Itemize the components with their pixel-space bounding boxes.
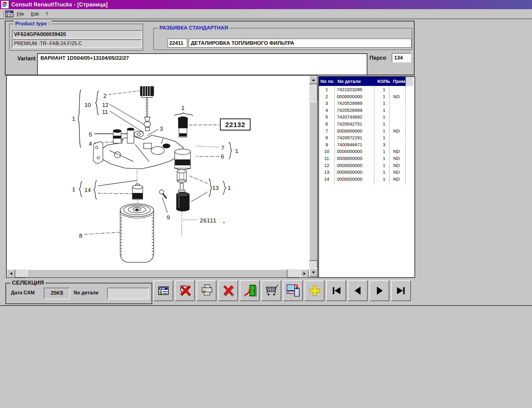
cell-part-number: 0000000000	[334, 148, 376, 155]
table-row[interactable]: 1000000000001ND	[319, 148, 405, 155]
nav-previous-icon	[351, 284, 365, 298]
cell-position: 13	[319, 169, 334, 176]
print-button[interactable]	[197, 280, 216, 301]
product-name-field[interactable]: PREMIUM -TR--FAB-24.F/25.C	[12, 39, 142, 48]
cart-icon	[264, 284, 278, 298]
part-number-field[interactable]	[107, 288, 149, 299]
cell-note: ND	[392, 93, 405, 100]
diagram-viewport: 210121113541761114131982213226111	[6, 75, 318, 278]
selection-group: СЕЛЕКЦИЯ Дата CAM 25K$ No детали	[5, 283, 152, 304]
diagram-callout: 10	[84, 102, 91, 108]
cancel-zoom-button[interactable]	[175, 280, 195, 301]
nav-last-button[interactable]	[391, 280, 411, 301]
cell-position: 2	[319, 93, 334, 100]
cell-part-number: 0000000000	[334, 128, 376, 135]
print-icon	[200, 284, 214, 298]
cell-note: ND	[392, 155, 405, 162]
table-row[interactable]: 874209722911	[319, 134, 405, 141]
column-divider	[389, 86, 390, 184]
table-row[interactable]: 574207446921	[319, 114, 405, 121]
plus-icon	[308, 284, 322, 298]
cell-note: ND	[392, 176, 405, 183]
diagram-brace	[209, 179, 212, 197]
date-cam-label: Дата CAM	[11, 290, 35, 296]
cell-note	[392, 134, 405, 141]
exit-button[interactable]	[240, 280, 260, 301]
table-row[interactable]: 1100000000001ND	[319, 155, 405, 162]
table-row[interactable]: 1300000000001ND	[319, 169, 405, 176]
table-row[interactable]: 674205427511	[319, 121, 405, 128]
product-type-group: Product type : VF624GPA000039420 PREMIUM…	[9, 24, 143, 51]
parts-table: No по No детали КОЛЬ Прим 17421023285120…	[318, 76, 415, 278]
nav-next-button[interactable]	[369, 280, 389, 301]
form-window-icon	[158, 286, 169, 295]
variant-field[interactable]: ВАРИАНТ 1DS04/05+13104/05/22/27	[37, 53, 367, 75]
cell-note	[392, 114, 405, 121]
perso-field[interactable]: 134	[392, 53, 411, 62]
breakdown-code-field[interactable]: 22411	[168, 39, 187, 48]
cell-position: 9	[319, 141, 334, 148]
diagram-callout: 8	[79, 232, 82, 239]
menu-items: File Edit ?	[14, 10, 51, 18]
table-row[interactable]: 974009466713	[319, 141, 405, 148]
table-row[interactable]: 474205289991	[319, 107, 405, 114]
app-icon[interactable]	[1, 1, 9, 9]
vertical-scroll-thumb[interactable]	[309, 102, 318, 261]
horizontal-scroll-thumb[interactable]	[27, 269, 287, 278]
window-title: Consult RenaultTrucks - [Страница]	[11, 2, 108, 8]
cell-position: 1	[319, 86, 334, 93]
cell-part-number: 0000000000	[334, 155, 376, 162]
scroll-right-button[interactable]	[300, 269, 309, 278]
application-window: Consult RenaultTrucks - [Страница] File …	[0, 0, 532, 408]
header-filler	[405, 77, 414, 86]
toolbar-grip[interactable]	[2, 11, 4, 17]
zoom-cancel-icon	[178, 284, 192, 298]
col-header-quantity[interactable]: КОЛЬ	[376, 77, 392, 86]
table-row[interactable]: 700000000001ND	[319, 128, 405, 135]
breakdown-title-field[interactable]: ДЕТАЛИРОВКА ТОПЛИВНОГО ФИЛЬТРА	[189, 39, 411, 48]
cell-part-number: 0000000000	[334, 176, 376, 183]
cell-part-number: 7420972291	[334, 134, 376, 141]
col-header-note[interactable]: Прим	[392, 77, 405, 86]
menu-help[interactable]: ?	[43, 10, 51, 18]
cell-part-number: 7420542751	[334, 121, 376, 128]
nav-first-icon	[329, 284, 343, 298]
nav-first-button[interactable]	[326, 280, 346, 301]
add-button[interactable]	[305, 280, 324, 301]
table-row[interactable]: 1400000000001ND	[319, 176, 405, 183]
table-row[interactable]: 174210232851	[319, 86, 405, 93]
screen-export-button[interactable]	[283, 280, 303, 301]
vertical-scrollbar[interactable]	[309, 76, 317, 276]
mdi-window-icon[interactable]	[5, 10, 13, 17]
diagram-brace	[78, 90, 81, 147]
date-cam-field[interactable]: 25K$	[44, 288, 70, 299]
menu-file[interactable]: File	[14, 10, 27, 18]
table-row[interactable]: 200000000001ND	[319, 93, 405, 100]
menu-edit[interactable]: Edit	[28, 10, 42, 18]
cell-note	[392, 100, 405, 107]
nav-previous-button[interactable]	[348, 280, 368, 301]
table-row[interactable]: 1200000000001ND	[319, 162, 405, 169]
col-header-part-number[interactable]: No детали	[335, 77, 376, 86]
scroll-down-button[interactable]	[309, 268, 318, 277]
delete-button[interactable]	[218, 280, 238, 301]
table-row[interactable]: 374205289891	[319, 100, 405, 107]
cell-part-number: 0000000000	[334, 169, 376, 176]
diagram-brace	[174, 113, 193, 116]
form-window-button[interactable]	[153, 280, 173, 301]
col-header-position[interactable]: No по	[319, 77, 335, 86]
arrow-up-icon	[312, 79, 315, 81]
diagram-callout: 14	[84, 187, 91, 193]
diagram-labels: 210121113541761114131982213226111	[72, 93, 250, 239]
scroll-up-button[interactable]	[309, 76, 318, 84]
cart-button[interactable]	[261, 280, 281, 301]
bottom-separator-highlight	[0, 306, 532, 306]
cell-part-number: 7420528989	[334, 100, 376, 107]
horizontal-scrollbar[interactable]	[7, 269, 308, 277]
scroll-left-button[interactable]	[7, 269, 15, 278]
cell-note	[392, 107, 405, 114]
nav-last-icon	[394, 284, 408, 298]
breakdown-group: РАЗБИВКА СТАНДАРТНАЯ 22411 ДЕТАЛИРОВКА Т…	[153, 28, 412, 50]
variant-label: Variant :	[17, 55, 39, 62]
product-code-field[interactable]: VF624GPA000039420	[12, 30, 142, 39]
